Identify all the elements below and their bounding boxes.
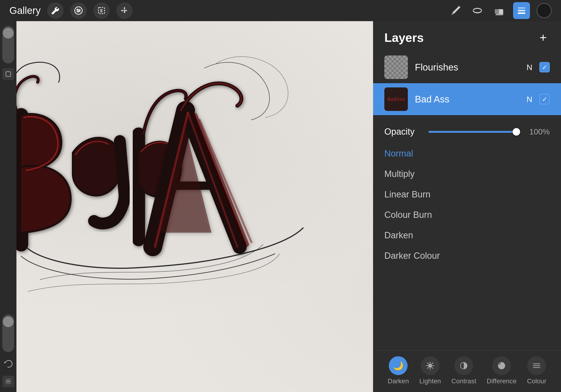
flourishes-layer-item[interactable]: Flourishes N ✓ [373,51,561,83]
brush-opacity-slider[interactable] [2,315,14,352]
lighten-blend-category[interactable]: Lighten [419,356,441,385]
adjust-button[interactable] [70,2,87,19]
blend-mode-darken[interactable]: Darken [373,225,561,246]
top-toolbar: Gallery S [0,0,561,21]
brush-icon [450,5,461,16]
layers-header: Layers + [373,21,561,51]
contrast-blend-category[interactable]: Contrast [451,356,476,385]
svg-text:S: S [100,9,103,13]
opacity-slider[interactable] [429,131,520,133]
flourishes-layer-thumb [384,55,408,79]
toolbar-left: Gallery S [9,2,133,19]
difference-blend-category[interactable]: Difference [487,356,517,385]
bad-ass-layer-thumb: BadAss [384,87,408,111]
bad-ass-blend-mode: N [527,95,532,104]
darken-blend-category[interactable]: 🌙 Darken [388,356,409,385]
opacity-slider-fill [429,131,520,133]
eraser-tool-button[interactable] [491,3,507,18]
colour-category-icon [527,356,546,375]
right-panel: Layers + Flourishes N ✓ BadAss Bad Ass N… [373,21,561,392]
layers-icon [516,5,527,16]
brush-size-slider[interactable] [2,26,14,64]
color-picker-circle[interactable] [537,3,552,18]
lighten-category-icon [421,356,440,375]
transform-button[interactable] [116,2,133,19]
svg-line-21 [432,367,433,369]
square-icon [5,71,11,77]
flourishes-blend-mode: N [527,63,532,72]
svg-rect-12 [6,72,11,76]
opacity-slider-thumb [513,128,520,136]
adjust-icon [74,6,83,15]
clear-button[interactable] [2,376,14,387]
brush-tool-button[interactable] [448,3,463,18]
blend-mode-linear-burn[interactable]: Linear Burn [373,184,561,205]
svg-rect-8 [495,9,499,14]
difference-category-label: Difference [487,377,517,385]
svg-point-15 [428,364,432,368]
clear-icon [5,378,11,385]
blend-bottom-icons: 🌙 Darken Lighten [373,350,561,392]
darken-category-label: Darken [388,377,409,385]
layers-title: Layers [384,31,424,45]
undo-icon [3,358,14,370]
brush-size-thumb [3,28,14,39]
toolbar-right [448,2,552,19]
add-layer-button[interactable]: + [537,31,550,44]
blend-mode-list: Normal Multiply Linear Burn Colour Burn … [373,143,561,350]
smudge-icon [472,5,483,16]
colour-category-label: Colour [527,377,546,385]
layers-button[interactable] [513,2,530,19]
blend-mode-normal[interactable]: Normal [373,143,561,164]
blend-mode-colour-burn[interactable]: Colour Burn [373,205,561,225]
sidebar-square-btn[interactable] [2,68,14,80]
svg-rect-10 [518,10,525,11]
svg-line-20 [427,363,429,364]
opacity-label: Opacity [384,127,422,137]
contrast-category-label: Contrast [451,377,476,385]
flourishes-layer-name: Flourishes [415,62,519,73]
svg-point-1 [77,9,78,10]
darken-category-icon: 🌙 [389,356,408,375]
smudge-tool-button[interactable] [470,3,485,18]
bad-ass-layer-name: Bad Ass [415,94,519,105]
opacity-section: Opacity 100% [373,120,561,143]
undo-button[interactable] [1,357,15,371]
difference-category-icon [492,356,511,375]
svg-rect-9 [518,7,525,9]
opacity-value: 100% [526,127,550,136]
left-sidebar [0,21,16,392]
bad-ass-layer-item[interactable]: BadAss Bad Ass N ✓ [373,83,561,115]
lighten-category-label: Lighten [419,377,441,385]
svg-line-23 [427,367,429,369]
selection-button[interactable]: S [93,2,110,19]
blend-mode-multiply[interactable]: Multiply [373,164,561,184]
brush-opacity-thumb [3,316,14,327]
flourishes-visibility-toggle[interactable]: ✓ [539,62,550,72]
contrast-category-icon [454,356,473,375]
eraser-icon [493,5,505,16]
panel-divider-1 [373,118,561,118]
svg-rect-11 [518,12,525,14]
bad-ass-visibility-toggle[interactable]: ✓ [539,94,550,104]
svg-point-3 [77,11,79,12]
svg-point-2 [79,10,80,11]
blend-mode-darker-colour[interactable]: Darker Colour [373,246,561,266]
gallery-button[interactable]: Gallery [9,5,41,16]
wrench-button[interactable] [47,2,64,19]
colour-blend-category[interactable]: Colour [527,356,546,385]
svg-line-22 [432,363,433,364]
calligraphy-artwork [16,21,369,350]
selection-icon: S [97,6,106,15]
transform-icon [120,6,129,15]
wrench-icon [51,6,60,15]
